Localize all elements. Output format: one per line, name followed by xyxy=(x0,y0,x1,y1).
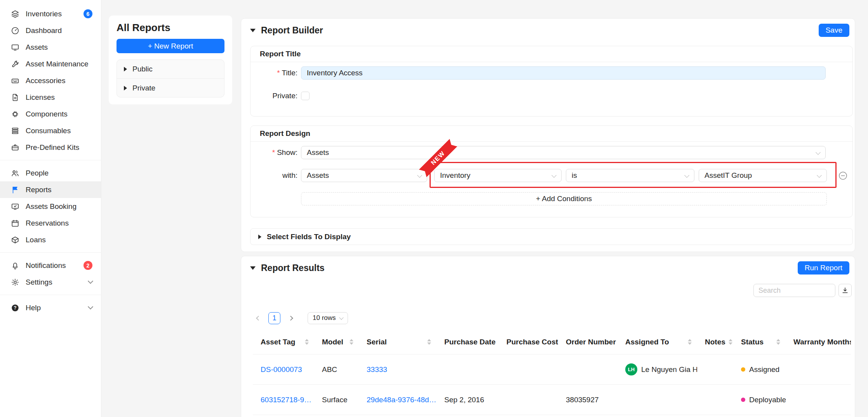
model-cell: Surface xyxy=(314,385,359,415)
caret-right-icon xyxy=(258,235,261,239)
box-icon xyxy=(11,236,19,244)
asset-tag-link[interactable]: DS-0000073 xyxy=(261,365,302,374)
sidebar-item-components[interactable]: Components xyxy=(0,106,101,122)
download-button[interactable] xyxy=(838,284,852,297)
title-label: * Title: xyxy=(250,66,297,80)
sidebar-item-assets[interactable]: Assets xyxy=(0,39,101,56)
chevron-right-icon xyxy=(288,316,293,321)
sort-icon[interactable] xyxy=(688,339,692,345)
condition-value-select[interactable]: AssetIT Group xyxy=(699,169,827,182)
column-header-status[interactable]: Status xyxy=(733,330,786,354)
column-header-warranty-months[interactable]: Warranty Months xyxy=(786,330,851,354)
show-select-value: Assets xyxy=(307,148,329,157)
new-report-button[interactable]: + New Report xyxy=(117,39,224,53)
app-window: Inventories 6 Dashboard Assets Asset Mai… xyxy=(0,0,868,417)
column-header-model[interactable]: Model xyxy=(314,330,359,354)
search-input[interactable] xyxy=(753,284,835,297)
sidebar-item-notifications[interactable]: Notifications 2 xyxy=(0,257,101,274)
column-label: Warranty Months xyxy=(793,338,851,346)
title-input[interactable] xyxy=(301,66,826,80)
dashboard-icon xyxy=(11,26,19,35)
chevron-down-icon xyxy=(817,173,822,178)
asset-tag-link[interactable]: 603152718-9123 xyxy=(261,396,314,404)
sidebar-item-label: Assets xyxy=(26,43,48,52)
sort-icon[interactable] xyxy=(350,339,353,345)
show-select[interactable]: Assets xyxy=(301,146,826,159)
avatar: LH xyxy=(625,363,637,375)
sidebar: Inventories 6 Dashboard Assets Asset Mai… xyxy=(0,0,101,417)
sidebar-item-reports[interactable]: Reports xyxy=(0,181,101,198)
page-number-button[interactable]: 1 xyxy=(268,312,280,324)
assets-icon xyxy=(11,43,19,52)
wrench-icon xyxy=(11,60,19,68)
sidebar-item-loans[interactable]: Loans xyxy=(0,231,101,248)
report-builder-title: Report Builder xyxy=(261,25,323,36)
results-table: Asset Tag Model Serial Purchase Date xyxy=(253,330,851,415)
minus-circle-icon xyxy=(838,171,847,180)
report-builder-header[interactable]: Report Builder Save xyxy=(241,19,855,42)
column-header-purchase-cost[interactable]: Purchase Cost xyxy=(499,330,558,354)
chevron-down-icon xyxy=(684,173,689,178)
private-checkbox[interactable] xyxy=(301,92,310,100)
select-fields-label: Select Fields To Display xyxy=(267,233,351,241)
sort-icon[interactable] xyxy=(776,339,780,345)
sidebar-item-inventories[interactable]: Inventories 6 xyxy=(0,5,101,22)
help-circle-icon: ? xyxy=(11,304,19,312)
warranty-months-cell xyxy=(786,385,851,415)
serial-link[interactable]: 33333 xyxy=(367,365,387,374)
private-reports-group[interactable]: Private xyxy=(117,78,224,97)
run-report-button[interactable]: Run Report xyxy=(798,261,849,275)
column-label: Purchase Cost xyxy=(506,338,558,346)
sidebar-item-asset-maintenance[interactable]: Asset Maintenance xyxy=(0,56,101,72)
condition-operator-value: is xyxy=(572,171,577,180)
report-design-section: Report Design * Show: Assets with: Asset… xyxy=(250,125,853,217)
sidebar-item-label: People xyxy=(26,169,49,177)
sidebar-item-consumables[interactable]: Consumables xyxy=(0,122,101,139)
sort-icon[interactable] xyxy=(729,339,732,345)
column-header-order-number[interactable]: Order Number xyxy=(558,330,618,354)
purchase-date-cell xyxy=(437,354,499,384)
select-fields-toggle[interactable]: Select Fields To Display xyxy=(250,228,853,245)
report-results-header[interactable]: Report Results Run Report xyxy=(241,256,855,280)
condition-field-select[interactable]: Inventory xyxy=(434,169,562,182)
sidebar-item-pre-defined-kits[interactable]: Pre-Defined Kits xyxy=(0,139,101,156)
notes-cell xyxy=(697,385,733,415)
all-reports-title: All Reports xyxy=(117,22,224,33)
status-label: Deployable xyxy=(749,396,786,404)
condition-operator-select[interactable]: is xyxy=(566,169,694,182)
sort-icon[interactable] xyxy=(427,339,431,345)
sidebar-item-dashboard[interactable]: Dashboard xyxy=(0,22,101,39)
with-entity-select[interactable]: Assets xyxy=(301,169,427,182)
public-reports-group[interactable]: Public xyxy=(117,60,224,78)
sidebar-item-accessories[interactable]: Accessories xyxy=(0,72,101,89)
report-title-section: Report Title * Title: Private: xyxy=(250,46,853,116)
sidebar-item-people[interactable]: People xyxy=(0,165,101,181)
sidebar-item-help[interactable]: ? Help xyxy=(0,299,101,316)
sidebar-item-reservations[interactable]: Reservations xyxy=(0,215,101,231)
inventories-icon xyxy=(11,10,19,18)
column-header-asset-tag[interactable]: Asset Tag xyxy=(253,330,314,354)
column-label: Purchase Date xyxy=(444,338,496,346)
download-icon xyxy=(841,287,849,294)
remove-condition-button[interactable] xyxy=(838,171,847,180)
all-reports-panel: All Reports + New Report Public Private xyxy=(109,16,232,104)
rows-per-page-select[interactable]: 10 rows xyxy=(308,312,348,324)
notes-cell xyxy=(697,354,733,384)
sort-icon[interactable] xyxy=(305,339,309,345)
sidebar-item-licenses[interactable]: Licenses xyxy=(0,89,101,106)
column-header-notes[interactable]: Notes xyxy=(697,330,733,354)
assigned-to-cell xyxy=(618,385,697,415)
sidebar-item-settings[interactable]: Settings xyxy=(0,274,101,290)
previous-page-button[interactable] xyxy=(253,313,264,323)
save-button[interactable]: Save xyxy=(819,24,849,37)
next-page-button[interactable] xyxy=(285,313,296,323)
order-number-cell: 38035927 xyxy=(558,385,618,415)
column-header-assigned-to[interactable]: Assigned To xyxy=(618,330,697,354)
sidebar-item-assets-booking[interactable]: Assets Booking xyxy=(0,198,101,215)
column-header-serial[interactable]: Serial xyxy=(359,330,437,354)
sidebar-item-label: Accessories xyxy=(26,76,65,85)
serial-link[interactable]: 29de48a-9376-48dc-... xyxy=(367,396,437,404)
sidebar-item-label: Components xyxy=(26,110,68,118)
column-header-purchase-date[interactable]: Purchase Date xyxy=(437,330,499,354)
add-conditions-button[interactable]: + Add Conditions xyxy=(301,192,827,205)
